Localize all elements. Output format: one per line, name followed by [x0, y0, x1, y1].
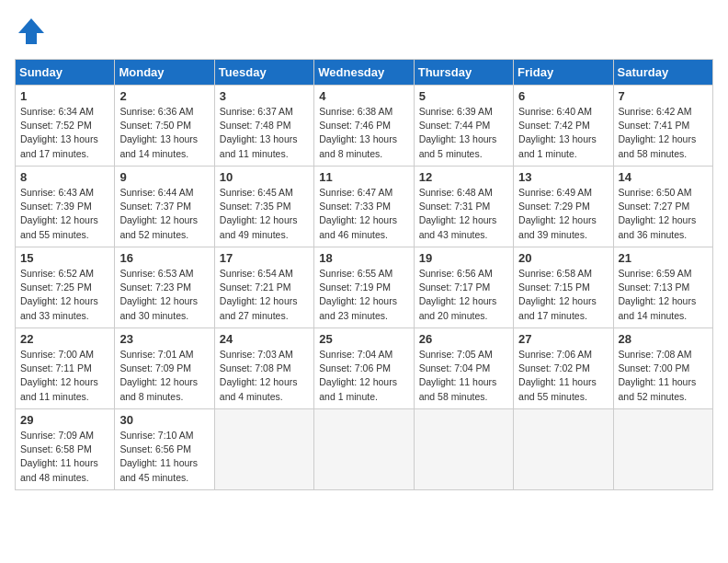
day-number: 4	[319, 89, 408, 103]
day-number: 23	[119, 332, 209, 346]
day-header-tuesday: Tuesday	[214, 60, 313, 86]
calendar-day	[514, 409, 613, 490]
day-info: Sunrise: 7:04 AM Sunset: 7:06 PM Dayligh…	[319, 348, 408, 404]
day-info: Sunrise: 6:43 AM Sunset: 7:39 PM Dayligh…	[20, 186, 109, 242]
day-number: 29	[20, 413, 109, 427]
day-info: Sunrise: 6:42 AM Sunset: 7:41 PM Dayligh…	[619, 105, 708, 161]
day-info: Sunrise: 6:36 AM Sunset: 7:50 PM Dayligh…	[119, 105, 209, 161]
day-number: 22	[20, 332, 109, 346]
day-number: 18	[319, 251, 408, 265]
day-number: 10	[220, 170, 309, 184]
calendar-day	[414, 409, 513, 490]
calendar-day: 25 Sunrise: 7:04 AM Sunset: 7:06 PM Dayl…	[314, 328, 414, 409]
day-info: Sunrise: 6:49 AM Sunset: 7:29 PM Dayligh…	[518, 186, 608, 242]
day-info: Sunrise: 7:01 AM Sunset: 7:09 PM Dayligh…	[119, 348, 209, 404]
day-info: Sunrise: 6:55 AM Sunset: 7:19 PM Dayligh…	[319, 267, 408, 323]
calendar-day: 14 Sunrise: 6:50 AM Sunset: 7:27 PM Dayl…	[613, 167, 712, 247]
day-number: 8	[20, 170, 109, 184]
day-number: 21	[619, 251, 708, 265]
calendar-day: 7 Sunrise: 6:42 AM Sunset: 7:41 PM Dayli…	[613, 86, 712, 167]
day-info: Sunrise: 6:50 AM Sunset: 7:27 PM Dayligh…	[619, 186, 708, 242]
day-info: Sunrise: 7:10 AM Sunset: 6:56 PM Dayligh…	[119, 429, 209, 485]
day-number: 9	[119, 170, 209, 184]
day-number: 17	[220, 251, 309, 265]
day-info: Sunrise: 6:45 AM Sunset: 7:35 PM Dayligh…	[220, 186, 309, 242]
calendar-table: SundayMondayTuesdayWednesdayThursdayFrid…	[15, 59, 713, 490]
calendar-day: 3 Sunrise: 6:37 AM Sunset: 7:48 PM Dayli…	[214, 86, 313, 167]
calendar-day: 10 Sunrise: 6:45 AM Sunset: 7:35 PM Dayl…	[214, 167, 313, 247]
day-info: Sunrise: 6:40 AM Sunset: 7:42 PM Dayligh…	[518, 105, 608, 161]
day-info: Sunrise: 6:48 AM Sunset: 7:31 PM Dayligh…	[419, 186, 508, 242]
day-number: 3	[220, 89, 309, 103]
calendar-week-3: 15 Sunrise: 6:52 AM Sunset: 7:25 PM Dayl…	[16, 247, 713, 328]
logo	[15, 15, 53, 48]
day-number: 11	[319, 170, 408, 184]
calendar-day: 1 Sunrise: 6:34 AM Sunset: 7:52 PM Dayli…	[16, 86, 115, 167]
calendar-week-5: 29 Sunrise: 7:09 AM Sunset: 6:58 PM Dayl…	[16, 409, 713, 490]
day-header-monday: Monday	[115, 60, 214, 86]
calendar-week-1: 1 Sunrise: 6:34 AM Sunset: 7:52 PM Dayli…	[16, 86, 713, 167]
day-number: 25	[319, 332, 408, 346]
day-info: Sunrise: 7:08 AM Sunset: 7:00 PM Dayligh…	[619, 348, 708, 404]
svg-marker-0	[18, 18, 44, 44]
day-info: Sunrise: 6:38 AM Sunset: 7:46 PM Dayligh…	[319, 105, 408, 161]
logo-icon	[15, 15, 48, 48]
calendar-day: 16 Sunrise: 6:53 AM Sunset: 7:23 PM Dayl…	[115, 247, 214, 328]
calendar-day: 23 Sunrise: 7:01 AM Sunset: 7:09 PM Dayl…	[115, 328, 214, 409]
calendar-day: 30 Sunrise: 7:10 AM Sunset: 6:56 PM Dayl…	[115, 409, 214, 490]
day-info: Sunrise: 6:53 AM Sunset: 7:23 PM Dayligh…	[119, 267, 209, 323]
day-header-sunday: Sunday	[16, 60, 115, 86]
day-info: Sunrise: 6:58 AM Sunset: 7:15 PM Dayligh…	[518, 267, 608, 323]
day-info: Sunrise: 7:06 AM Sunset: 7:02 PM Dayligh…	[518, 348, 608, 404]
day-number: 24	[220, 332, 309, 346]
day-info: Sunrise: 7:00 AM Sunset: 7:11 PM Dayligh…	[20, 348, 109, 404]
day-number: 12	[419, 170, 508, 184]
day-number: 30	[119, 413, 209, 427]
day-number: 20	[518, 251, 608, 265]
calendar-day: 22 Sunrise: 7:00 AM Sunset: 7:11 PM Dayl…	[16, 328, 115, 409]
calendar-week-4: 22 Sunrise: 7:00 AM Sunset: 7:11 PM Dayl…	[16, 328, 713, 409]
day-info: Sunrise: 7:03 AM Sunset: 7:08 PM Dayligh…	[220, 348, 309, 404]
calendar-day: 2 Sunrise: 6:36 AM Sunset: 7:50 PM Dayli…	[115, 86, 214, 167]
calendar-day: 12 Sunrise: 6:48 AM Sunset: 7:31 PM Dayl…	[414, 167, 513, 247]
day-number: 2	[119, 89, 209, 103]
day-header-saturday: Saturday	[613, 60, 712, 86]
calendar-day: 19 Sunrise: 6:56 AM Sunset: 7:17 PM Dayl…	[414, 247, 513, 328]
day-number: 19	[419, 251, 508, 265]
calendar-day: 8 Sunrise: 6:43 AM Sunset: 7:39 PM Dayli…	[16, 167, 115, 247]
day-info: Sunrise: 6:54 AM Sunset: 7:21 PM Dayligh…	[220, 267, 309, 323]
day-info: Sunrise: 6:39 AM Sunset: 7:44 PM Dayligh…	[419, 105, 508, 161]
page-header	[15, 15, 713, 48]
calendar-day	[613, 409, 712, 490]
day-info: Sunrise: 6:44 AM Sunset: 7:37 PM Dayligh…	[119, 186, 209, 242]
day-number: 6	[518, 89, 608, 103]
calendar-day: 24 Sunrise: 7:03 AM Sunset: 7:08 PM Dayl…	[214, 328, 313, 409]
calendar-day: 20 Sunrise: 6:58 AM Sunset: 7:15 PM Dayl…	[514, 247, 613, 328]
day-header-wednesday: Wednesday	[314, 60, 414, 86]
calendar-day: 5 Sunrise: 6:39 AM Sunset: 7:44 PM Dayli…	[414, 86, 513, 167]
calendar-day: 11 Sunrise: 6:47 AM Sunset: 7:33 PM Dayl…	[314, 167, 414, 247]
day-info: Sunrise: 7:09 AM Sunset: 6:58 PM Dayligh…	[20, 429, 109, 485]
calendar-day: 27 Sunrise: 7:06 AM Sunset: 7:02 PM Dayl…	[514, 328, 613, 409]
day-number: 5	[419, 89, 508, 103]
calendar-day: 17 Sunrise: 6:54 AM Sunset: 7:21 PM Dayl…	[214, 247, 313, 328]
calendar-day: 18 Sunrise: 6:55 AM Sunset: 7:19 PM Dayl…	[314, 247, 414, 328]
day-info: Sunrise: 6:56 AM Sunset: 7:17 PM Dayligh…	[419, 267, 508, 323]
day-number: 16	[119, 251, 209, 265]
calendar-day	[314, 409, 414, 490]
day-number: 27	[518, 332, 608, 346]
day-info: Sunrise: 6:47 AM Sunset: 7:33 PM Dayligh…	[319, 186, 408, 242]
day-number: 26	[419, 332, 508, 346]
calendar-day: 29 Sunrise: 7:09 AM Sunset: 6:58 PM Dayl…	[16, 409, 115, 490]
day-number: 13	[518, 170, 608, 184]
calendar-day: 13 Sunrise: 6:49 AM Sunset: 7:29 PM Dayl…	[514, 167, 613, 247]
calendar-day: 9 Sunrise: 6:44 AM Sunset: 7:37 PM Dayli…	[115, 167, 214, 247]
calendar-day: 4 Sunrise: 6:38 AM Sunset: 7:46 PM Dayli…	[314, 86, 414, 167]
calendar-week-2: 8 Sunrise: 6:43 AM Sunset: 7:39 PM Dayli…	[16, 167, 713, 247]
day-info: Sunrise: 6:37 AM Sunset: 7:48 PM Dayligh…	[220, 105, 309, 161]
calendar-day: 26 Sunrise: 7:05 AM Sunset: 7:04 PM Dayl…	[414, 328, 513, 409]
calendar-day: 21 Sunrise: 6:59 AM Sunset: 7:13 PM Dayl…	[613, 247, 712, 328]
day-number: 7	[619, 89, 708, 103]
day-info: Sunrise: 6:34 AM Sunset: 7:52 PM Dayligh…	[20, 105, 109, 161]
day-header-friday: Friday	[514, 60, 613, 86]
